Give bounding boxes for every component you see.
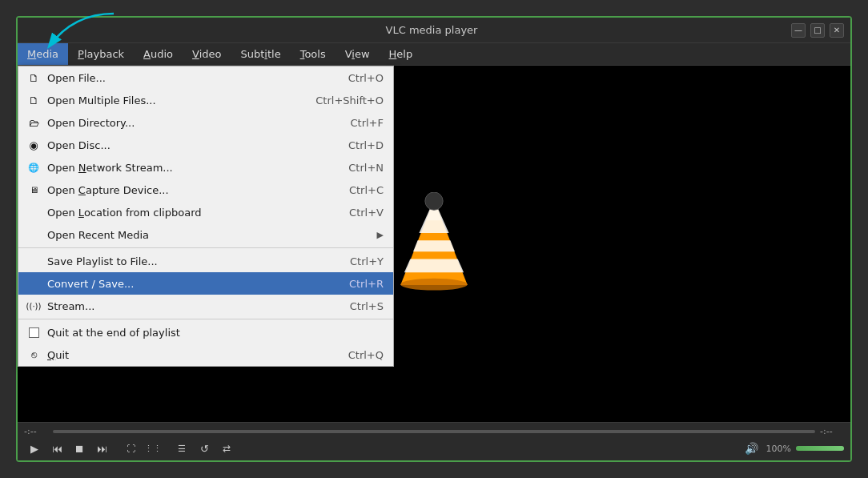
title-bar: VLC media player — □ ✕ — [18, 18, 850, 43]
minimize-button[interactable]: — — [791, 23, 806, 38]
volume-controls: 🔊 100% — [745, 442, 844, 455]
media-dropdown: 🗋 Open File... Ctrl+O 🗋 Open Multiple Fi… — [18, 66, 394, 367]
menu-open-multiple[interactable]: 🗋 Open Multiple Files... Ctrl+Shift+O — [18, 89, 393, 111]
menu-item-media[interactable]: Media 🗋 Open File... Ctrl+O 🗋 Open Multi… — [18, 43, 68, 65]
vlc-window: VLC media player — □ ✕ Media 🗋 — [16, 16, 852, 462]
open-capture-shortcut: Ctrl+C — [349, 184, 384, 196]
time-remaining: -:-- — [820, 426, 844, 436]
menu-item-view[interactable]: View — [336, 43, 380, 65]
playback-controls: ▶ ⏮ ⏹ ⏭ ⛶ ⋮⋮ ☰ ↺ ⇄ — [24, 440, 237, 457]
open-dir-icon: 🗁 — [26, 115, 41, 130]
menu-item-video[interactable]: Video — [183, 43, 231, 65]
seek-bar[interactable] — [53, 430, 815, 433]
menu-label-tools: Tools — [300, 48, 326, 60]
quit-end-icon — [26, 325, 41, 339]
menu-open-capture[interactable]: 🖥 Open Capture Device... Ctrl+C — [18, 179, 393, 201]
menu-label-subtitle: Subtitle — [240, 48, 280, 60]
menu-label-video: Video — [192, 48, 221, 60]
time-current: -:-- — [24, 426, 48, 436]
stop-button[interactable]: ⏹ — [69, 440, 90, 457]
svg-marker-3 — [413, 240, 455, 251]
menu-bar: Media 🗋 Open File... Ctrl+O 🗋 Open Multi… — [18, 43, 850, 66]
menu-open-file[interactable]: 🗋 Open File... Ctrl+O — [18, 66, 393, 89]
seek-row: -:-- -:-- — [24, 426, 844, 436]
open-disc-shortcut: Ctrl+D — [348, 139, 384, 151]
controls-row: ▶ ⏮ ⏹ ⏭ ⛶ ⋮⋮ ☰ ↺ ⇄ 🔊 100% — [24, 440, 844, 457]
separator-1 — [18, 247, 393, 248]
menu-label-audio: Audio — [143, 48, 173, 60]
next-button[interactable]: ⏭ — [91, 440, 112, 457]
menu-label-media: Media — [27, 48, 58, 60]
menu-open-disc[interactable]: ◉ Open Disc... Ctrl+D — [18, 134, 393, 156]
menu-stream[interactable]: ((·)) Stream... Ctrl+S — [18, 295, 393, 317]
loop-button[interactable]: ↺ — [194, 440, 215, 457]
menu-open-recent[interactable]: Open Recent Media ▶ — [18, 223, 393, 246]
open-disc-icon: ◉ — [26, 138, 41, 152]
random-button[interactable]: ⇄ — [216, 440, 237, 457]
menu-label-help: Help — [389, 48, 413, 60]
open-location-shortcut: Ctrl+V — [349, 207, 384, 219]
open-file-shortcut: Ctrl+O — [348, 72, 384, 84]
open-file-label: Open File... — [47, 72, 106, 84]
close-button[interactable]: ✕ — [830, 23, 844, 38]
window-controls: — □ ✕ — [791, 23, 844, 38]
menu-open-dir[interactable]: 🗁 Open Directory... Ctrl+F — [18, 111, 393, 134]
quit-end-label: Quit at the end of playlist — [47, 327, 180, 339]
open-network-label: Open Network Stream... — [47, 162, 173, 174]
open-recent-label: Open Recent Media — [47, 229, 149, 241]
menu-quit-end[interactable]: Quit at the end of playlist — [18, 321, 393, 343]
open-network-icon: 🌐 — [26, 160, 41, 175]
vlc-logo — [386, 192, 482, 296]
player-controls: -:-- -:-- ▶ ⏮ ⏹ ⏭ ⛶ ⋮⋮ ☰ ↺ ⇄ 🔊 100% — [18, 422, 850, 460]
stream-label: Stream... — [47, 300, 94, 312]
quit-shortcut: Ctrl+Q — [348, 349, 384, 361]
open-multiple-icon: 🗋 — [26, 93, 41, 107]
menu-save-playlist[interactable]: Save Playlist to File... Ctrl+Y — [18, 250, 393, 272]
playlist-button[interactable]: ☰ — [171, 440, 192, 457]
fullscreen-button[interactable]: ⛶ — [120, 440, 141, 457]
prev-button[interactable]: ⏮ — [46, 440, 67, 457]
open-dir-label: Open Directory... — [47, 117, 135, 129]
menu-item-playback[interactable]: Playback — [68, 43, 134, 65]
volume-fill — [796, 446, 844, 451]
menu-convert-save[interactable]: Convert / Save... Ctrl+R — [18, 272, 393, 295]
open-location-icon — [26, 205, 41, 219]
menu-item-help[interactable]: Help — [380, 43, 423, 65]
open-recent-icon — [26, 227, 41, 242]
separator-2 — [18, 319, 393, 319]
menu-item-tools[interactable]: Tools — [291, 43, 336, 65]
stream-shortcut: Ctrl+S — [350, 300, 384, 312]
menu-open-network[interactable]: 🌐 Open Network Stream... Ctrl+N — [18, 156, 393, 179]
extended-button[interactable]: ⋮⋮ — [143, 440, 163, 457]
speaker-icon: 🔊 — [745, 442, 758, 455]
menu-label-playback: Playback — [78, 48, 124, 60]
menu-quit[interactable]: ⎋ Quit Ctrl+Q — [18, 343, 393, 366]
menu-item-subtitle[interactable]: Subtitle — [231, 43, 290, 65]
volume-bar[interactable] — [796, 446, 844, 451]
volume-percent: 100% — [763, 444, 791, 454]
menu-item-audio[interactable]: Audio — [134, 43, 183, 65]
open-network-shortcut: Ctrl+N — [348, 162, 384, 174]
convert-save-icon — [26, 276, 41, 291]
open-capture-label: Open Capture Device... — [47, 184, 169, 196]
menu-open-location[interactable]: Open Location from clipboard Ctrl+V — [18, 201, 393, 223]
open-location-label: Open Location from clipboard — [47, 207, 202, 219]
open-multiple-label: Open Multiple Files... — [47, 94, 156, 106]
window-title: VLC media player — [72, 24, 791, 36]
open-dir-shortcut: Ctrl+F — [350, 117, 384, 129]
open-file-icon: 🗋 — [26, 70, 41, 85]
open-multiple-shortcut: Ctrl+Shift+O — [315, 94, 384, 106]
svg-marker-4 — [404, 259, 464, 272]
convert-save-label: Convert / Save... — [47, 278, 134, 290]
menu-label-view: View — [345, 48, 370, 60]
stream-icon: ((·)) — [26, 299, 41, 313]
save-playlist-shortcut: Ctrl+Y — [350, 255, 384, 267]
svg-point-6 — [400, 278, 468, 290]
save-playlist-label: Save Playlist to File... — [47, 255, 158, 267]
quit-icon: ⎋ — [26, 347, 41, 362]
quit-label: Quit — [47, 349, 69, 361]
open-capture-icon: 🖥 — [26, 183, 41, 197]
play-button[interactable]: ▶ — [24, 440, 45, 457]
convert-save-shortcut: Ctrl+R — [349, 278, 384, 290]
maximize-button[interactable]: □ — [810, 23, 825, 38]
